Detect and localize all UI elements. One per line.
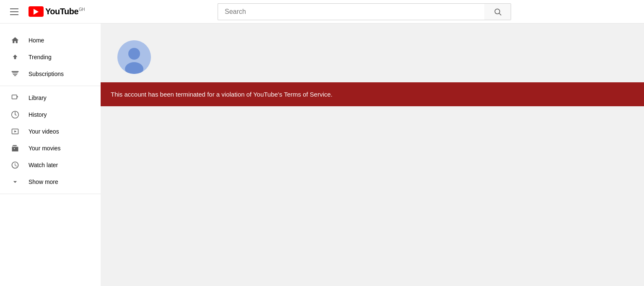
svg-line-1: [499, 13, 501, 15]
watch-later-icon: [10, 160, 20, 170]
svg-rect-3: [12, 95, 17, 99]
subscriptions-icon: [10, 69, 20, 79]
svg-rect-2: [12, 71, 19, 72]
terminated-message: This account has been terminated for a v…: [111, 91, 332, 98]
home-icon: [10, 35, 20, 45]
your-videos-icon: [10, 126, 20, 136]
sidebar-label-library: Library: [29, 94, 47, 101]
search-input[interactable]: [218, 3, 484, 20]
sidebar-item-history[interactable]: History: [0, 106, 101, 123]
menu-button[interactable]: [7, 5, 22, 18]
sidebar-label-trending: Trending: [29, 54, 52, 60]
youtube-logo[interactable]: YouTubeGH: [29, 6, 85, 17]
youtube-logo-icon: [29, 6, 44, 17]
sidebar-item-trending[interactable]: Trending: [0, 49, 101, 66]
sidebar-label-watch-later: Watch later: [29, 162, 58, 168]
sidebar-label-show-more: Show more: [29, 178, 58, 185]
svg-marker-4: [17, 96, 18, 98]
avatar-container: [117, 40, 151, 74]
svg-point-8: [128, 48, 140, 60]
sidebar-item-show-more[interactable]: Show more: [0, 173, 101, 190]
sidebar-item-home[interactable]: Home: [0, 32, 101, 49]
header: YouTubeGH: [0, 0, 644, 24]
avatar: [117, 40, 151, 74]
your-movies-icon: [10, 143, 20, 153]
search-form: [218, 3, 511, 20]
header-left: YouTubeGH: [7, 5, 85, 18]
search-icon: [493, 8, 502, 16]
logo-text: YouTubeGH: [45, 7, 85, 16]
trending-icon: [10, 52, 20, 62]
search-button[interactable]: [484, 3, 511, 20]
sidebar-item-your-videos[interactable]: Your videos: [0, 123, 101, 140]
sidebar-section-main: Home Trending Subscriptions: [0, 29, 101, 86]
avatar-svg: [117, 40, 151, 74]
chevron-down-icon: [10, 177, 20, 187]
library-icon: [10, 93, 20, 103]
sidebar-label-home: Home: [29, 37, 44, 44]
sidebar-label-history: History: [29, 111, 47, 118]
sidebar-label-your-movies: Your movies: [29, 145, 61, 152]
sidebar-label-subscriptions: Subscriptions: [29, 71, 64, 77]
content-area: [101, 106, 644, 232]
channel-header: [101, 24, 644, 82]
svg-marker-6: [14, 131, 16, 133]
history-icon: [10, 110, 20, 120]
sidebar: Home Trending Subscriptions Library: [0, 24, 101, 286]
main-content: This account has been terminated for a v…: [101, 24, 644, 286]
sidebar-item-watch-later[interactable]: Watch later: [0, 157, 101, 173]
svg-point-0: [495, 9, 500, 14]
sidebar-section-library: Library History Your videos Your movies …: [0, 86, 101, 194]
sidebar-item-library[interactable]: Library: [0, 89, 101, 106]
sidebar-item-subscriptions[interactable]: Subscriptions: [0, 66, 101, 82]
terminated-banner: This account has been terminated for a v…: [101, 82, 644, 106]
sidebar-label-your-videos: Your videos: [29, 128, 59, 135]
sidebar-item-your-movies[interactable]: Your movies: [0, 140, 101, 157]
